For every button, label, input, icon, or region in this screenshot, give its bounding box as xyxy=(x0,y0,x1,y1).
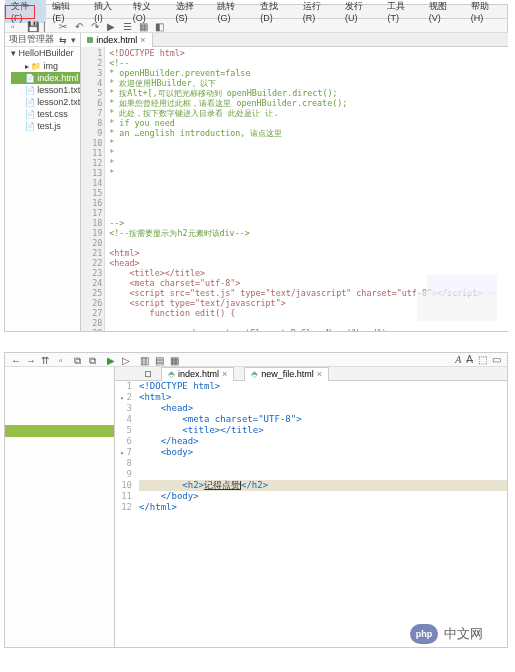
code-line[interactable]: * xyxy=(109,158,507,168)
editor-tabs-2[interactable]: ⬘ index.html × ⬘ new_file.html × xyxy=(115,367,507,381)
code-line[interactable]: <title></title> xyxy=(139,425,507,436)
code-line[interactable] xyxy=(109,198,507,208)
layout-icon-b[interactable]: ▤ xyxy=(155,355,165,365)
project-root[interactable]: HelloHBuilder xyxy=(5,47,80,59)
code-line[interactable]: <html> xyxy=(139,392,507,403)
code-line[interactable]: <!-- xyxy=(109,58,507,68)
nav-back-icon[interactable]: ← xyxy=(11,355,21,365)
panel-menu-icon[interactable]: ▾ xyxy=(71,35,76,45)
code-editor-2[interactable]: 123456789101112 <!DOCTYPE html><html> <h… xyxy=(115,381,507,647)
code-line[interactable]: * openHBuilder.prevent=false xyxy=(109,68,507,78)
code-line[interactable]: <h2>记得点赞</h2> xyxy=(139,480,507,491)
gutter-2: 123456789101112 xyxy=(115,381,135,647)
tree-file[interactable]: test.css xyxy=(11,108,80,120)
code-line[interactable] xyxy=(139,469,507,480)
tool-x3-icon[interactable]: ◧ xyxy=(155,21,165,31)
code-line[interactable]: <!DOCTYPE html> xyxy=(139,381,507,392)
save-icon[interactable]: ⧉ xyxy=(74,355,84,365)
tree-file[interactable]: lesson1.txt xyxy=(11,84,80,96)
run-icon[interactable]: ▶ xyxy=(107,355,117,365)
ide-window-2: ← → ⇈ ▫ ⧉ ⧉ ▶ ▷ ▥ ▤ ▦ A A ⬚ ▭ xyxy=(4,352,508,648)
code-line[interactable]: </body> xyxy=(139,491,507,502)
code-line[interactable]: </head> xyxy=(139,436,507,447)
code-line[interactable]: * 如果您曾经用过此框，请看这里 openHBuilder.create(); xyxy=(109,98,507,108)
tree-folder[interactable]: img xyxy=(11,60,80,72)
tool-cut-icon[interactable]: ✂ xyxy=(59,21,69,31)
code-line[interactable]: e = document.getElementsByClassName("hea… xyxy=(109,328,507,331)
menu-item[interactable]: 选择(S) xyxy=(170,0,212,23)
tool-new-icon[interactable]: ▫ xyxy=(11,21,21,31)
code-line[interactable]: * 按Alt+[,可以把光标移动到 openHBuilder.direct(); xyxy=(109,88,507,98)
save-all-icon[interactable]: ⧉ xyxy=(89,355,99,365)
layout-icon-c[interactable]: ▦ xyxy=(170,355,180,365)
sidebar-2[interactable] xyxy=(5,367,115,647)
font-format-b[interactable]: A xyxy=(466,354,473,365)
tool-save-icon[interactable]: 💾 xyxy=(27,21,37,31)
tool-x1-icon[interactable]: ☰ xyxy=(123,21,133,31)
editor-tabs-1[interactable]: index.html × xyxy=(81,33,507,47)
menu-bar[interactable]: 文件(F)编辑(E)插入(I)转义(O)选择(S)跳转(G)查找(D)运行(R)… xyxy=(5,5,507,19)
code-line[interactable]: <meta charset="UTF-8"> xyxy=(139,414,507,425)
code-line[interactable]: * xyxy=(109,148,507,158)
php-logo-icon: php xyxy=(410,624,438,644)
code-line[interactable]: <!--按需要显示为h2元素时该div--> xyxy=(109,228,507,238)
close-icon[interactable]: × xyxy=(317,367,322,381)
sidebar-selection[interactable] xyxy=(5,425,114,437)
tree-file[interactable]: lesson2.txt xyxy=(11,96,80,108)
menu-item[interactable]: 发行(U) xyxy=(339,0,381,23)
menu-item[interactable]: 视图(V) xyxy=(423,0,465,23)
code-line[interactable] xyxy=(109,208,507,218)
stop-icon[interactable]: ▷ xyxy=(122,355,132,365)
panel-link-icon[interactable]: ⇆ xyxy=(59,35,67,45)
menu-item[interactable]: 帮助(H) xyxy=(465,0,507,23)
code-line[interactable]: <head> xyxy=(109,258,507,268)
toolbar-2[interactable]: ← → ⇈ ▫ ⧉ ⧉ ▶ ▷ ▥ ▤ ▦ A A ⬚ ▭ xyxy=(5,353,507,367)
code-line[interactable]: <html> xyxy=(109,248,507,258)
code-line[interactable] xyxy=(109,178,507,188)
code-line[interactable]: * xyxy=(109,138,507,148)
code-line[interactable] xyxy=(109,188,507,198)
code-line[interactable]: * xyxy=(109,168,507,178)
tab-file-icon xyxy=(87,37,93,43)
tree-file[interactable]: test.js xyxy=(11,120,80,132)
tool-fwd-icon[interactable]: ↷ xyxy=(91,21,101,31)
close-icon[interactable]: × xyxy=(222,367,227,381)
code-line[interactable]: <body> xyxy=(139,447,507,458)
tab2-new-file[interactable]: ⬘ new_file.html × xyxy=(244,367,329,381)
nav-up-icon[interactable]: ⇈ xyxy=(41,355,51,365)
font-format-d[interactable]: ▭ xyxy=(492,354,501,365)
code-line[interactable]: * if you need xyxy=(109,118,507,128)
tab-index-html[interactable]: index.html × xyxy=(81,33,152,47)
code-line[interactable]: * 此处，按下数字键进入目录看 此处是让 让. xyxy=(109,108,507,118)
tool-back-icon[interactable]: ↶ xyxy=(75,21,85,31)
new-file-icon[interactable]: ▫ xyxy=(59,355,69,365)
code-line[interactable] xyxy=(109,238,507,248)
code-line[interactable]: * an …english introduction, 请点这里 xyxy=(109,128,507,138)
ide-window-1: 文件(F)编辑(E)插入(I)转义(O)选择(S)跳转(G)查找(D)运行(R)… xyxy=(4,4,508,332)
code-line[interactable]: <!DOCTYPE html> xyxy=(109,48,507,58)
tool-run-icon[interactable]: ▶ xyxy=(107,21,117,31)
menu-item[interactable]: 跳转(G) xyxy=(211,0,254,23)
tab2-index-html[interactable]: ⬘ index.html × xyxy=(161,367,234,381)
code-line[interactable] xyxy=(139,458,507,469)
tab-panel-icon[interactable] xyxy=(145,371,151,377)
close-icon[interactable]: × xyxy=(140,33,145,47)
project-explorer-panel: 项目管理器 ⇆ ▾ HelloHBuilder imgindex.htmlles… xyxy=(5,33,81,331)
tree-file[interactable]: index.html xyxy=(11,72,80,84)
code-line[interactable]: </html> xyxy=(139,502,507,513)
layout-icon-a[interactable]: ▥ xyxy=(140,355,150,365)
font-format-c[interactable]: ⬚ xyxy=(478,354,487,365)
project-tree[interactable]: HelloHBuilder imgindex.htmllesson1.txtle… xyxy=(5,47,80,133)
nav-fwd-icon[interactable]: → xyxy=(26,355,36,365)
menu-item[interactable]: 工具(T) xyxy=(381,0,422,23)
source-2[interactable]: <!DOCTYPE html><html> <head> <meta chars… xyxy=(135,381,507,647)
code-line[interactable]: <head> xyxy=(139,403,507,414)
menu-item[interactable]: 查找(D) xyxy=(254,0,296,23)
project-explorer-label: 项目管理器 xyxy=(9,33,54,46)
code-line[interactable]: * 欢迎使用HBuilder。以下 xyxy=(109,78,507,88)
tab-label: index.html xyxy=(96,33,137,47)
font-format-a[interactable]: A xyxy=(455,354,461,365)
tool-x2-icon[interactable]: ▦ xyxy=(139,21,149,31)
code-line[interactable]: --> xyxy=(109,218,507,228)
menu-item[interactable]: 运行(R) xyxy=(297,0,339,23)
